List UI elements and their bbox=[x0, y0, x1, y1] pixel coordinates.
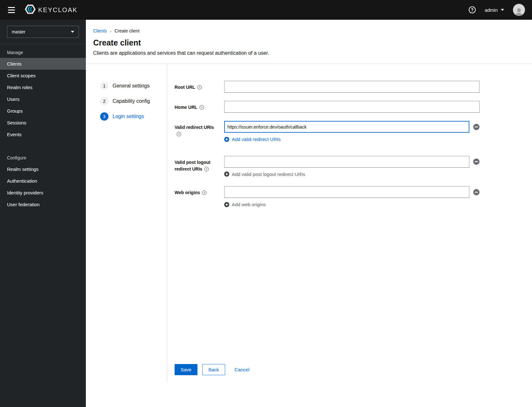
wizard-step-general-settings[interactable]: 1 General settings bbox=[86, 80, 167, 92]
root-url-label: Root URL? bbox=[175, 81, 224, 93]
breadcrumb: Clients › Create client bbox=[86, 20, 532, 33]
sidebar-item-clients[interactable]: Clients bbox=[0, 58, 86, 70]
svg-text:?: ? bbox=[201, 106, 202, 109]
remove-redirect-uri-button[interactable] bbox=[473, 124, 480, 130]
help-icon[interactable]: ? bbox=[204, 167, 209, 173]
cancel-button[interactable]: Cancel bbox=[233, 364, 251, 375]
svg-text:?: ? bbox=[204, 191, 205, 194]
sidebar-item-groups[interactable]: Groups bbox=[0, 105, 86, 117]
step-number: 3 bbox=[100, 112, 108, 121]
sidebar-item-authentication[interactable]: Authentication bbox=[0, 175, 86, 187]
step-label: General settings bbox=[113, 83, 150, 89]
wizard-step-login-settings[interactable]: 3 Login settings bbox=[86, 110, 167, 123]
realm-selector[interactable]: master bbox=[7, 26, 79, 38]
caret-down-icon bbox=[501, 9, 504, 11]
main-content: Clients › Create client Create client Cl… bbox=[86, 20, 532, 407]
add-post-logout-uris-button[interactable]: Add valid post logout redirect URIs bbox=[224, 172, 305, 177]
minus-circle-icon bbox=[473, 124, 480, 130]
svg-text:?: ? bbox=[206, 167, 207, 171]
user-menu-label: admin bbox=[485, 7, 498, 13]
sidebar-item-events[interactable]: Events bbox=[0, 129, 86, 140]
breadcrumb-link-clients[interactable]: Clients bbox=[93, 28, 107, 33]
home-url-label: Home URL? bbox=[175, 101, 224, 113]
home-url-input[interactable] bbox=[224, 101, 480, 113]
help-icon[interactable]: ? bbox=[176, 132, 181, 138]
home-url-group: Home URL? bbox=[175, 101, 532, 113]
brand-text: KEYCLOAK bbox=[38, 6, 78, 14]
minus-circle-icon bbox=[473, 158, 480, 165]
page-subtitle: Clients are applications and services th… bbox=[93, 50, 525, 56]
plus-circle-icon bbox=[224, 202, 229, 207]
keycloak-logo-icon bbox=[25, 4, 36, 16]
post-logout-uri-input[interactable] bbox=[224, 156, 469, 168]
hamburger-menu-icon[interactable] bbox=[5, 4, 18, 16]
remove-web-origin-button[interactable] bbox=[473, 189, 480, 195]
step-number: 2 bbox=[100, 97, 108, 105]
save-button[interactable]: Save bbox=[175, 364, 197, 375]
add-valid-redirect-uris-button[interactable]: Add valid redirect URIs bbox=[224, 137, 280, 142]
web-origins-label: Web origins? bbox=[175, 186, 224, 208]
plus-circle-icon bbox=[224, 137, 229, 142]
chevron-down-icon bbox=[71, 31, 74, 33]
nav-section-configure: Configure bbox=[0, 149, 86, 163]
sidebar-item-realm-settings[interactable]: Realm settings bbox=[0, 163, 86, 175]
post-logout-uris-group: Valid post logout redirect URIs? Add val… bbox=[175, 156, 532, 178]
sidebar-item-identity-providers[interactable]: Identity providers bbox=[0, 187, 86, 199]
valid-redirect-uris-group: Valid redirect URIs? Add valid redirect … bbox=[175, 121, 532, 143]
back-button[interactable]: Back bbox=[202, 364, 225, 375]
root-url-input[interactable] bbox=[224, 81, 480, 93]
sidebar-item-realm-roles[interactable]: Realm roles bbox=[0, 81, 86, 93]
breadcrumb-separator-icon: › bbox=[110, 29, 111, 33]
avatar[interactable] bbox=[513, 4, 525, 16]
step-label: Login settings bbox=[113, 114, 144, 119]
help-icon[interactable]: ? bbox=[197, 85, 202, 92]
wizard-step-nav: 1 General settings 2 Capability config 3… bbox=[86, 64, 167, 382]
help-icon[interactable]: ? bbox=[199, 105, 204, 112]
sidebar-item-client-scopes[interactable]: Client scopes bbox=[0, 70, 86, 81]
nav-section-manage: Manage bbox=[0, 44, 86, 58]
remove-post-logout-uri-button[interactable] bbox=[473, 158, 480, 165]
sidebar-item-user-federation[interactable]: User federation bbox=[0, 199, 86, 210]
sidebar-item-sessions[interactable]: Sessions bbox=[0, 117, 86, 129]
realm-selector-value: master bbox=[12, 29, 25, 34]
page-header: Create client Clients are applications a… bbox=[86, 33, 532, 64]
help-icon[interactable]: ? bbox=[469, 6, 476, 13]
sidebar-item-users[interactable]: Users bbox=[0, 93, 86, 105]
user-menu-dropdown[interactable]: admin bbox=[485, 7, 504, 13]
valid-redirect-uris-label: Valid redirect URIs? bbox=[175, 121, 224, 143]
page-title: Create client bbox=[93, 38, 525, 47]
valid-redirect-uri-input[interactable] bbox=[224, 121, 469, 133]
web-origins-group: Web origins? Add web origins bbox=[175, 186, 532, 208]
svg-text:?: ? bbox=[178, 133, 180, 136]
step-number: 1 bbox=[100, 82, 108, 90]
keycloak-logo: KEYCLOAK bbox=[25, 4, 78, 16]
step-label: Capability config bbox=[113, 98, 150, 104]
wizard-actions: Save Back Cancel bbox=[175, 364, 532, 375]
login-settings-form: Root URL? Home URL? Vali bbox=[167, 64, 532, 382]
post-logout-uris-label: Valid post logout redirect URIs? bbox=[175, 156, 224, 178]
masthead: KEYCLOAK ? admin bbox=[0, 0, 532, 20]
svg-text:?: ? bbox=[198, 86, 200, 89]
help-icon[interactable]: ? bbox=[202, 190, 207, 197]
sidebar-nav: master Manage Clients Client scopes Real… bbox=[0, 20, 86, 407]
web-origins-input[interactable] bbox=[224, 186, 469, 198]
minus-circle-icon bbox=[473, 189, 480, 195]
root-url-group: Root URL? bbox=[175, 81, 532, 93]
wizard-step-capability-config[interactable]: 2 Capability config bbox=[86, 95, 167, 107]
plus-circle-icon bbox=[224, 172, 229, 177]
breadcrumb-current: Create client bbox=[114, 28, 140, 33]
add-web-origins-button[interactable]: Add web origins bbox=[224, 202, 266, 207]
create-client-wizard: 1 General settings 2 Capability config 3… bbox=[86, 64, 532, 382]
